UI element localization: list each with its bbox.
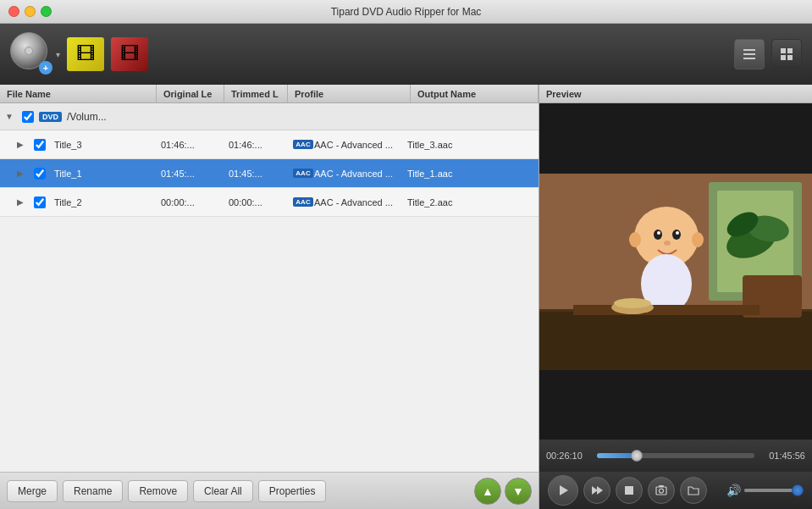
row-expand-icon[interactable]: ▶ — [17, 140, 29, 149]
maximize-button[interactable] — [41, 6, 52, 17]
svg-point-19 — [672, 230, 681, 240]
window-controls — [8, 6, 52, 17]
play-button[interactable] — [548, 475, 578, 506]
header-profile: Profile — [288, 85, 411, 102]
clear-all-button[interactable]: Clear All — [193, 480, 253, 502]
aac-badge-title1: AAC — [292, 169, 314, 178]
row-checkbox-title3[interactable] — [34, 139, 46, 151]
header-trimmed: Trimmed L — [224, 85, 288, 102]
svg-marker-30 — [592, 486, 598, 495]
row-expand-icon[interactable]: ▶ — [17, 197, 29, 207]
svg-point-25 — [692, 232, 704, 247]
preview-pane: Preview — [539, 85, 812, 509]
volume-control: 🔊 — [726, 484, 804, 497]
svg-rect-0 — [743, 49, 755, 51]
svg-rect-35 — [659, 485, 664, 487]
film-icon-1: 🎞 — [67, 37, 104, 71]
player-controls: 🔊 — [539, 472, 812, 509]
dropdown-arrow-icon: ▾ — [56, 50, 60, 59]
svg-rect-4 — [787, 48, 793, 53]
svg-rect-33 — [656, 487, 666, 495]
header-original: Original Le — [157, 85, 224, 102]
row-title: Title_2 — [51, 197, 161, 207]
svg-point-24 — [629, 232, 641, 247]
merge-button[interactable]: Merge — [7, 480, 58, 502]
video-3d-button[interactable]: 🎞 — [111, 37, 148, 71]
header-output: Output Name — [411, 85, 539, 102]
properties-button[interactable]: Properties — [258, 480, 327, 502]
play-icon — [557, 484, 569, 496]
table-row[interactable]: ▶ Title_1 01:45:... 01:45:... AAC AAC - … — [0, 159, 539, 188]
aac-badge-title3: AAC — [292, 140, 314, 149]
window-title: Tipard DVD Audio Ripper for Mac — [331, 6, 482, 18]
move-buttons: ▲ ▼ — [474, 478, 532, 505]
camera-icon — [655, 484, 667, 496]
svg-rect-6 — [787, 55, 793, 60]
preview-video-frame — [539, 174, 812, 370]
expand-arrow-icon[interactable]: ▼ — [5, 112, 17, 121]
volume-icon: 🔊 — [726, 484, 741, 497]
svg-marker-29 — [560, 485, 568, 495]
move-down-button[interactable]: ▼ — [505, 478, 532, 505]
row-checkbox-title2[interactable] — [34, 196, 46, 208]
svg-point-18 — [654, 230, 662, 240]
dvd-parent-row[interactable]: ▼ DVD /Volum... — [0, 103, 539, 130]
fast-forward-button[interactable] — [583, 477, 610, 504]
svg-rect-32 — [625, 486, 633, 495]
table-header: File Name Original Le Trimmed L Profile … — [0, 85, 539, 103]
svg-rect-26 — [573, 305, 760, 315]
row-checkbox-title1[interactable] — [34, 168, 46, 180]
svg-point-20 — [657, 231, 660, 235]
fast-forward-icon — [591, 484, 603, 496]
row-title: Title_3 — [51, 140, 161, 150]
seek-bar[interactable] — [597, 453, 754, 458]
load-dvd-button[interactable]: + ▾ — [10, 32, 60, 76]
current-time-label: 00:26:10 — [546, 451, 588, 461]
volume-thumb[interactable] — [792, 484, 804, 496]
header-filename: File Name — [0, 85, 157, 102]
film-icon-2: 🎞 — [111, 37, 148, 71]
preview-progress-bar: 00:26:10 01:45:56 — [539, 440, 812, 472]
aac-badge-title2: AAC — [292, 197, 314, 207]
titlebar: Tipard DVD Audio Ripper for Mac — [0, 0, 812, 24]
parent-checkbox[interactable] — [22, 111, 34, 123]
main-toolbar: + ▾ 🎞 🎞 — [0, 24, 812, 85]
svg-rect-5 — [781, 55, 786, 60]
close-button[interactable] — [8, 6, 19, 17]
table-row[interactable]: ▶ Title_2 00:00:... 00:00:... AAC AAC - … — [0, 188, 539, 217]
snapshot-button[interactable] — [648, 477, 675, 504]
grid-view-icon — [779, 47, 794, 62]
remove-button[interactable]: Remove — [128, 480, 188, 502]
video-convert-button[interactable]: 🎞 — [67, 37, 104, 71]
preview-video-area — [539, 103, 812, 440]
volume-slider[interactable] — [744, 489, 804, 492]
svg-point-28 — [614, 298, 651, 308]
list-view-button[interactable] — [734, 39, 765, 69]
svg-rect-2 — [743, 58, 755, 59]
list-view-icon — [742, 47, 757, 62]
svg-point-34 — [660, 489, 664, 493]
move-up-button[interactable]: ▲ — [474, 478, 501, 505]
svg-rect-8 — [539, 309, 812, 370]
svg-point-22 — [664, 241, 671, 246]
row-expand-icon[interactable]: ▶ — [17, 169, 29, 178]
plus-icon: + — [39, 61, 52, 75]
dvd-badge-icon: DVD — [39, 112, 62, 122]
folder-button[interactable] — [680, 477, 707, 504]
preview-header: Preview — [539, 85, 812, 103]
total-time-label: 01:45:56 — [763, 451, 805, 461]
film-strip-icon: 🎞 — [76, 43, 95, 65]
minimize-button[interactable] — [25, 6, 36, 17]
svg-point-21 — [676, 231, 679, 235]
svg-marker-31 — [597, 486, 603, 495]
film-strip-3d-icon: 🎞 — [120, 43, 139, 65]
folder-icon — [688, 484, 699, 496]
rename-button[interactable]: Rename — [63, 480, 123, 502]
seek-thumb[interactable] — [631, 450, 643, 462]
stop-icon — [623, 484, 635, 496]
stop-button[interactable] — [616, 477, 643, 504]
svg-rect-1 — [743, 53, 755, 55]
table-row[interactable]: ▶ Title_3 01:46:... 01:46:... AAC AAC - … — [0, 130, 539, 159]
grid-view-button[interactable] — [771, 39, 802, 69]
row-title: Title_1 — [51, 169, 161, 179]
